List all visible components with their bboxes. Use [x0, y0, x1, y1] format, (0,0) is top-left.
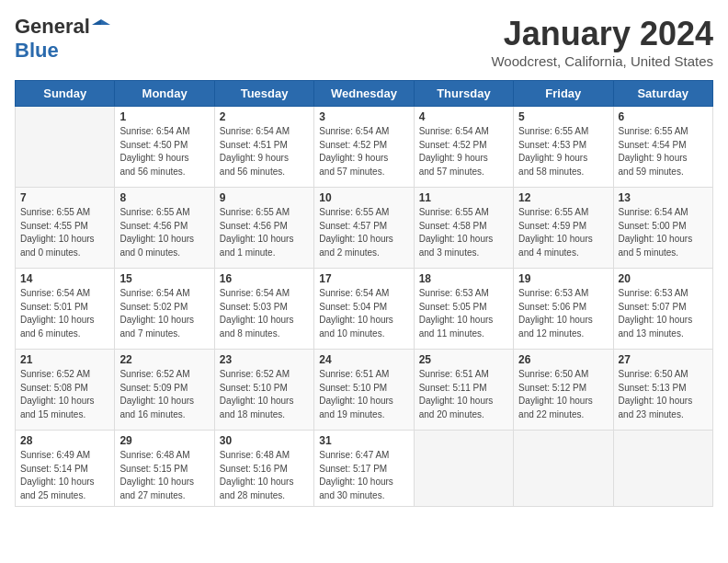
calendar-cell: 16Sunrise: 6:54 AM Sunset: 5:03 PM Dayli… — [214, 269, 313, 350]
calendar-cell — [613, 431, 712, 507]
calendar-cell: 2Sunrise: 6:54 AM Sunset: 4:51 PM Daylig… — [214, 107, 313, 188]
day-number: 29 — [119, 434, 209, 447]
calendar-cell: 15Sunrise: 6:54 AM Sunset: 5:02 PM Dayli… — [115, 269, 214, 350]
day-info: Sunrise: 6:54 AM Sunset: 5:03 PM Dayligh… — [220, 287, 309, 340]
calendar-cell: 17Sunrise: 6:54 AM Sunset: 5:04 PM Dayli… — [314, 269, 414, 350]
day-number: 27 — [619, 353, 708, 366]
calendar-cell: 22Sunrise: 6:52 AM Sunset: 5:09 PM Dayli… — [115, 350, 214, 431]
calendar-cell: 19Sunrise: 6:53 AM Sunset: 5:06 PM Dayli… — [514, 269, 613, 350]
calendar-cell — [514, 431, 613, 507]
calendar-cell: 23Sunrise: 6:52 AM Sunset: 5:10 PM Dayli… — [214, 350, 313, 431]
day-info: Sunrise: 6:52 AM Sunset: 5:10 PM Dayligh… — [220, 368, 309, 421]
day-number: 24 — [319, 353, 408, 366]
logo-bird-icon — [92, 17, 110, 36]
calendar-cell: 3Sunrise: 6:54 AM Sunset: 4:52 PM Daylig… — [314, 107, 414, 188]
day-info: Sunrise: 6:55 AM Sunset: 4:58 PM Dayligh… — [419, 206, 508, 259]
day-number: 10 — [319, 191, 408, 204]
page-header: General Blue January 2024 Woodcrest, Cal… — [15, 15, 713, 69]
day-number: 7 — [20, 191, 109, 204]
day-number: 23 — [220, 353, 309, 366]
day-number: 3 — [319, 110, 408, 123]
day-info: Sunrise: 6:54 AM Sunset: 4:51 PM Dayligh… — [220, 125, 309, 178]
weekday-header-tuesday: Tuesday — [214, 81, 313, 107]
day-info: Sunrise: 6:48 AM Sunset: 5:15 PM Dayligh… — [119, 449, 209, 502]
day-number: 22 — [119, 353, 209, 366]
calendar-cell: 9Sunrise: 6:55 AM Sunset: 4:56 PM Daylig… — [214, 188, 313, 269]
month-title: January 2024 — [491, 15, 713, 53]
calendar-cell — [16, 107, 115, 188]
svg-marker-1 — [92, 19, 101, 25]
day-number: 20 — [619, 272, 708, 285]
day-info: Sunrise: 6:53 AM Sunset: 5:07 PM Dayligh… — [619, 287, 708, 340]
day-info: Sunrise: 6:49 AM Sunset: 5:14 PM Dayligh… — [20, 449, 109, 502]
weekday-header-row: SundayMondayTuesdayWednesdayThursdayFrid… — [16, 81, 713, 107]
day-info: Sunrise: 6:47 AM Sunset: 5:17 PM Dayligh… — [319, 449, 408, 502]
calendar-cell: 28Sunrise: 6:49 AM Sunset: 5:14 PM Dayli… — [16, 431, 115, 507]
day-number: 6 — [619, 110, 708, 123]
weekday-header-saturday: Saturday — [613, 81, 712, 107]
calendar-cell: 7Sunrise: 6:55 AM Sunset: 4:55 PM Daylig… — [16, 188, 115, 269]
day-info: Sunrise: 6:54 AM Sunset: 5:01 PM Dayligh… — [20, 287, 109, 340]
day-info: Sunrise: 6:50 AM Sunset: 5:12 PM Dayligh… — [518, 368, 608, 421]
logo-general-text: General — [15, 15, 90, 39]
day-number: 26 — [518, 353, 608, 366]
day-number: 15 — [119, 272, 209, 285]
weekday-header-friday: Friday — [514, 81, 613, 107]
day-number: 9 — [220, 191, 309, 204]
day-number: 13 — [619, 191, 708, 204]
calendar-week-1: 1Sunrise: 6:54 AM Sunset: 4:50 PM Daylig… — [16, 107, 713, 188]
day-info: Sunrise: 6:55 AM Sunset: 4:56 PM Dayligh… — [220, 206, 309, 259]
calendar-cell: 1Sunrise: 6:54 AM Sunset: 4:50 PM Daylig… — [115, 107, 214, 188]
calendar-cell: 25Sunrise: 6:51 AM Sunset: 5:11 PM Dayli… — [414, 350, 513, 431]
title-block: January 2024 Woodcrest, California, Unit… — [491, 15, 713, 69]
day-number: 16 — [220, 272, 309, 285]
day-info: Sunrise: 6:53 AM Sunset: 5:06 PM Dayligh… — [518, 287, 608, 340]
calendar-cell: 27Sunrise: 6:50 AM Sunset: 5:13 PM Dayli… — [613, 350, 712, 431]
day-number: 2 — [220, 110, 309, 123]
calendar-cell: 21Sunrise: 6:52 AM Sunset: 5:08 PM Dayli… — [16, 350, 115, 431]
calendar-cell: 5Sunrise: 6:55 AM Sunset: 4:53 PM Daylig… — [514, 107, 613, 188]
calendar-cell: 6Sunrise: 6:55 AM Sunset: 4:54 PM Daylig… — [613, 107, 712, 188]
day-info: Sunrise: 6:54 AM Sunset: 4:52 PM Dayligh… — [419, 125, 508, 178]
calendar-cell — [414, 431, 513, 507]
logo-blue-text: Blue — [15, 39, 59, 62]
calendar-table: SundayMondayTuesdayWednesdayThursdayFrid… — [15, 80, 713, 507]
calendar-cell: 14Sunrise: 6:54 AM Sunset: 5:01 PM Dayli… — [16, 269, 115, 350]
weekday-header-thursday: Thursday — [414, 81, 513, 107]
calendar-week-3: 14Sunrise: 6:54 AM Sunset: 5:01 PM Dayli… — [16, 269, 713, 350]
weekday-header-monday: Monday — [115, 81, 214, 107]
calendar-cell: 12Sunrise: 6:55 AM Sunset: 4:59 PM Dayli… — [514, 188, 613, 269]
day-number: 11 — [419, 191, 508, 204]
day-info: Sunrise: 6:54 AM Sunset: 4:50 PM Dayligh… — [119, 125, 209, 178]
calendar-cell: 26Sunrise: 6:50 AM Sunset: 5:12 PM Dayli… — [514, 350, 613, 431]
calendar-cell: 31Sunrise: 6:47 AM Sunset: 5:17 PM Dayli… — [314, 431, 414, 507]
day-info: Sunrise: 6:55 AM Sunset: 4:57 PM Dayligh… — [319, 206, 408, 259]
day-number: 21 — [20, 353, 109, 366]
day-info: Sunrise: 6:54 AM Sunset: 5:00 PM Dayligh… — [619, 206, 708, 259]
day-number: 30 — [220, 434, 309, 447]
day-number: 17 — [319, 272, 408, 285]
calendar-cell: 8Sunrise: 6:55 AM Sunset: 4:56 PM Daylig… — [115, 188, 214, 269]
calendar-week-2: 7Sunrise: 6:55 AM Sunset: 4:55 PM Daylig… — [16, 188, 713, 269]
day-info: Sunrise: 6:54 AM Sunset: 5:02 PM Dayligh… — [119, 287, 209, 340]
day-number: 28 — [20, 434, 109, 447]
day-info: Sunrise: 6:55 AM Sunset: 4:54 PM Dayligh… — [619, 125, 708, 178]
weekday-header-wednesday: Wednesday — [314, 81, 414, 107]
day-number: 1 — [119, 110, 209, 123]
day-number: 19 — [518, 272, 608, 285]
day-number: 31 — [319, 434, 408, 447]
calendar-cell: 29Sunrise: 6:48 AM Sunset: 5:15 PM Dayli… — [115, 431, 214, 507]
calendar-cell: 10Sunrise: 6:55 AM Sunset: 4:57 PM Dayli… — [314, 188, 414, 269]
day-info: Sunrise: 6:54 AM Sunset: 4:52 PM Dayligh… — [319, 125, 408, 178]
location-subtitle: Woodcrest, California, United States — [491, 53, 713, 69]
day-number: 14 — [20, 272, 109, 285]
day-info: Sunrise: 6:52 AM Sunset: 5:08 PM Dayligh… — [20, 368, 109, 421]
logo: General Blue — [15, 15, 110, 63]
day-number: 25 — [419, 353, 508, 366]
day-number: 12 — [518, 191, 608, 204]
day-info: Sunrise: 6:54 AM Sunset: 5:04 PM Dayligh… — [319, 287, 408, 340]
day-number: 4 — [419, 110, 508, 123]
day-number: 8 — [119, 191, 209, 204]
calendar-cell: 24Sunrise: 6:51 AM Sunset: 5:10 PM Dayli… — [314, 350, 414, 431]
day-info: Sunrise: 6:52 AM Sunset: 5:09 PM Dayligh… — [119, 368, 209, 421]
